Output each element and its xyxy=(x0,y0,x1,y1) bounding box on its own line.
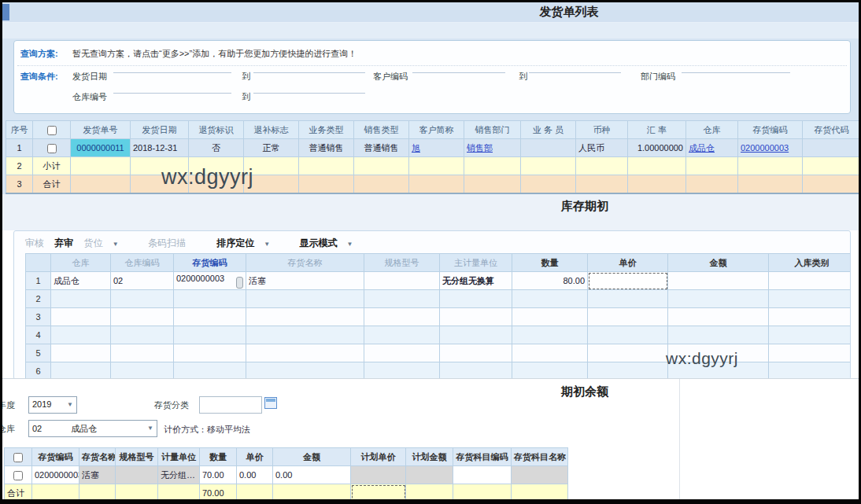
cell[interactable] xyxy=(512,290,588,308)
cell[interactable] xyxy=(174,326,246,344)
customer-link[interactable]: 旭 xyxy=(412,143,420,153)
table-row[interactable]: 2 xyxy=(26,290,852,308)
cell[interactable] xyxy=(588,326,668,344)
cell[interactable] xyxy=(51,362,111,381)
table-row[interactable]: 3 xyxy=(26,308,852,326)
cell-inv-alias[interactable] xyxy=(803,139,861,157)
cell[interactable] xyxy=(174,362,246,381)
cell[interactable] xyxy=(440,362,512,381)
cell[interactable] xyxy=(174,290,246,308)
cell[interactable] xyxy=(668,308,769,326)
cell-spec[interactable] xyxy=(116,466,158,484)
cell[interactable] xyxy=(51,308,111,326)
dept-link[interactable]: 销售部 xyxy=(467,143,493,153)
cell[interactable] xyxy=(588,308,668,326)
selected-cell[interactable] xyxy=(351,484,406,502)
cell-return-flag[interactable]: 否 xyxy=(189,139,244,157)
year-select[interactable]: 2019▼ xyxy=(28,396,77,414)
cell-order-no[interactable]: 0000000011 xyxy=(71,139,131,157)
customer-code-from-input[interactable] xyxy=(412,61,505,73)
table-row[interactable]: 0200000003 活塞 无分组… 70.00 0.00 0.00 xyxy=(5,466,568,484)
cell[interactable] xyxy=(769,362,852,381)
cell[interactable] xyxy=(512,344,588,362)
sort-locate-button[interactable]: 排序定位▼ xyxy=(216,237,278,248)
cell[interactable] xyxy=(440,290,512,308)
cell[interactable] xyxy=(364,308,440,326)
row-checkbox[interactable] xyxy=(13,471,23,480)
warehouse-no-from-input[interactable] xyxy=(113,82,231,94)
cell-warehouse[interactable]: 成品仓 xyxy=(51,272,111,290)
display-mode-button[interactable]: 显示模式▼ xyxy=(300,237,361,248)
cell[interactable] xyxy=(174,308,246,326)
cell[interactable] xyxy=(111,344,174,362)
cell[interactable] xyxy=(246,344,364,362)
cell[interactable] xyxy=(111,290,174,308)
cell-rate[interactable]: 1.00000000 xyxy=(628,139,686,157)
cell-sale-type[interactable]: 普通销售 xyxy=(354,139,409,157)
cell[interactable] xyxy=(51,344,111,362)
cell-currency[interactable]: 人民币 xyxy=(576,139,628,157)
cell-biz-type[interactable]: 普通销售 xyxy=(299,139,354,157)
inv-class-picker-icon[interactable] xyxy=(264,397,277,409)
warehouse-no-to-input[interactable] xyxy=(253,82,365,94)
cell[interactable] xyxy=(364,290,440,308)
table-row[interactable]: 4 xyxy=(26,326,852,344)
cell-salesman[interactable] xyxy=(521,139,576,157)
cell[interactable] xyxy=(246,362,364,381)
cell[interactable] xyxy=(364,362,440,381)
cell-in-category[interactable] xyxy=(769,272,852,290)
cell[interactable] xyxy=(512,326,588,344)
cell-inv-code[interactable]: 0200000003 xyxy=(174,272,246,290)
barcode-scan-button[interactable]: 条码扫描 xyxy=(148,237,186,248)
customer-code-to-input[interactable] xyxy=(529,61,621,73)
dept-code-input[interactable] xyxy=(682,61,790,73)
cell-inv-code[interactable]: 0200000003 xyxy=(32,466,79,484)
cell[interactable] xyxy=(588,362,668,381)
cell-amount[interactable]: 0.00 xyxy=(273,466,351,484)
cell[interactable] xyxy=(364,326,440,344)
cell[interactable] xyxy=(588,344,668,362)
picker-icon[interactable] xyxy=(236,277,243,289)
inv-code-link[interactable]: 0200000003 xyxy=(741,143,789,153)
cell[interactable] xyxy=(246,326,364,344)
cell-amount[interactable] xyxy=(668,272,769,290)
cell-makeup-flag[interactable]: 正常 xyxy=(244,139,299,157)
cell[interactable] xyxy=(51,326,111,344)
cell-unit[interactable]: 无分组无换算 xyxy=(440,272,512,290)
cell-qty[interactable]: 70.00 xyxy=(200,466,237,484)
cell[interactable] xyxy=(364,344,440,362)
cell[interactable] xyxy=(769,308,852,326)
cell-qty[interactable]: 80.00 xyxy=(512,272,588,290)
cell[interactable] xyxy=(512,308,588,326)
cell-plan-amount[interactable] xyxy=(406,466,453,484)
cell-warehouse-code[interactable]: 02 xyxy=(111,272,174,290)
cell[interactable] xyxy=(588,290,668,308)
cell-inv-account-name[interactable] xyxy=(512,466,568,484)
warehouse-link[interactable]: 成品仓 xyxy=(689,143,715,153)
cell-price-selected[interactable] xyxy=(588,272,668,290)
cell[interactable] xyxy=(111,308,174,326)
cell-date[interactable]: 2018-12-31 xyxy=(131,139,189,157)
ship-date-from-input[interactable] xyxy=(113,61,231,73)
cell[interactable] xyxy=(668,326,769,344)
ship-date-to-input[interactable] xyxy=(253,61,365,73)
table-row[interactable]: 1 成品仓 02 0200000003 活塞 无分组无换算 80.00 xyxy=(26,272,852,290)
cell[interactable] xyxy=(174,344,246,362)
inv-class-input[interactable] xyxy=(199,396,262,414)
cell[interactable] xyxy=(440,326,512,344)
cell[interactable] xyxy=(769,290,852,308)
warehouse-select[interactable]: 02 成品仓 ▼ xyxy=(28,420,157,437)
cell[interactable] xyxy=(769,344,852,362)
cell[interactable] xyxy=(668,290,769,308)
cell[interactable] xyxy=(512,362,588,381)
cell[interactable] xyxy=(246,290,364,308)
cell[interactable] xyxy=(51,290,111,308)
cell-price[interactable]: 0.00 xyxy=(237,466,273,484)
unaudit-button[interactable]: 弃审 xyxy=(54,237,73,248)
cell[interactable] xyxy=(769,326,852,344)
row-checkbox[interactable] xyxy=(47,144,57,153)
cell-spec[interactable] xyxy=(364,272,440,290)
cell-inv-name[interactable]: 活塞 xyxy=(246,272,364,290)
location-button[interactable]: 货位▼ xyxy=(84,237,127,248)
select-all-checkbox[interactable] xyxy=(47,126,57,135)
